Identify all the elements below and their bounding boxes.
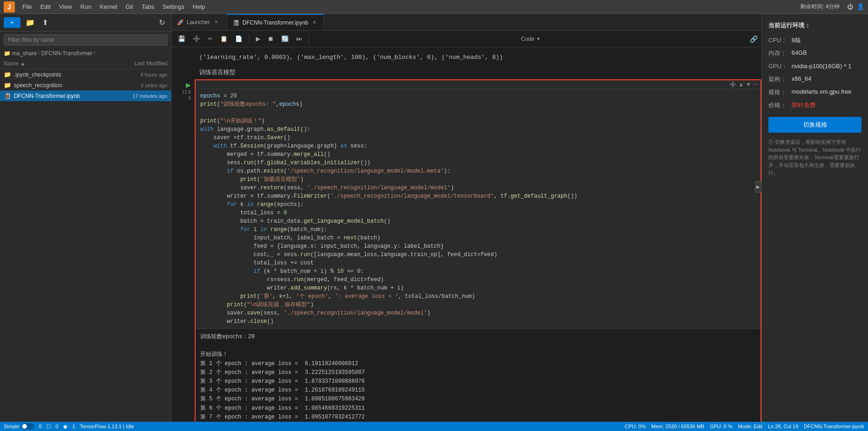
right-panel-expand-btn[interactable]: ▶ (755, 181, 761, 193)
price-info: 价格： 限时免费 (768, 101, 862, 109)
switch-note: ① 切换资源后，将影响实例下所有 Notebook 与 Terminal。Not… (768, 138, 862, 177)
simple-toggle[interactable]: Simple (4, 423, 34, 430)
expand-btn[interactable]: ▲ (738, 81, 744, 88)
gpu-info: GPU： nvidia-p100(16GB)＊1 (768, 62, 862, 71)
gpu-label: GPU： (768, 62, 792, 71)
cell-body: ➕ ▲ ▼ ⋯ epochs = 20 print("训练轮数epochs: "… (195, 79, 761, 422)
file-item-checkpoints[interactable]: 📁 .ipynb_checkpoints 4 hours ago (0, 69, 171, 80)
edit-mode: Mode: Edit (738, 424, 763, 429)
name-column-header[interactable]: Name ▲ (4, 60, 107, 67)
file-item-notebook[interactable]: 📓 DFCNN-Transformer.ipynb 17 minutes ago (0, 90, 171, 101)
menu-run[interactable]: Run (76, 2, 95, 11)
menubar: J File Edit View Run Kernel Git Tabs Set… (0, 0, 868, 14)
switch-spec-btn[interactable]: 切换规格 (768, 117, 862, 133)
cpu-info: CPU： 8核 (768, 36, 862, 45)
gpu-stat: GPU: 0 % (710, 424, 733, 429)
notebook-icon: 📓 (233, 19, 240, 26)
power-icon[interactable]: ⏻ (847, 3, 853, 10)
search-input[interactable] (4, 34, 167, 45)
folder-icon-btn[interactable]: 📁 (23, 17, 37, 28)
file-name: speech_recognition (14, 82, 107, 89)
breadcrumb-root[interactable]: ma_share (12, 50, 37, 57)
menu-file[interactable]: File (19, 2, 36, 11)
toggle-knob (22, 424, 27, 429)
more-btn[interactable]: ⋯ (753, 81, 759, 88)
code-editor[interactable]: epochs = 20 print("训练轮数epochs: ",epochs)… (196, 89, 760, 328)
breadcrumb-folder[interactable]: DFCNN-Transformer (41, 50, 93, 57)
run-btn[interactable]: ▶ (253, 34, 263, 44)
file-list-header: Name ▲ Last Modified (0, 58, 171, 69)
spec-label: 规格： (768, 88, 792, 96)
menu-edit[interactable]: Edit (37, 2, 54, 11)
collapse-btn[interactable]: ▼ (746, 81, 751, 88)
above-cell-text: ('learning_rate', 0.0003), ('max_length'… (171, 52, 761, 63)
notebook-scroll[interactable]: ('learning_rate', 0.0003), ('max_length'… (171, 47, 761, 422)
kernel-status: TensorFlow-1.13.1 | Idle (80, 424, 134, 429)
status-box-icon: ☐ (46, 424, 51, 430)
add-above-btn[interactable]: ➕ (729, 81, 736, 88)
upload-icon-btn[interactable]: ⬆ (40, 17, 51, 28)
kernel-dropdown-arrow[interactable]: ▾ (537, 36, 540, 42)
add-cell-btn[interactable]: ➕ (190, 34, 203, 44)
tab-notebook[interactable]: 📓 DFCNN-Transformer.ipynb ✕ (227, 14, 324, 30)
launcher-icon: 🚀 (177, 19, 184, 26)
tab-close-notebook[interactable]: ✕ (311, 19, 318, 26)
file-item-speech[interactable]: 📁 speech_recognition 3 years ago (0, 80, 171, 90)
pre-cell-label: 训练语言模型 (171, 66, 761, 78)
save-icon-btn[interactable]: 💾 (175, 34, 188, 44)
code-cell: ▶ 11.6 5 ➕ ▲ ▼ ⋯ epochs = 20 print("训练轮数… (171, 79, 761, 422)
menu-settings[interactable]: Settings (159, 2, 188, 11)
statusbar: Simple 0 ☐ 0 ◉ 1 TensorFlow-1.13.1 | Idl… (0, 422, 868, 431)
user-icon[interactable]: 👤 (857, 3, 864, 10)
tabs-bar: 🚀 Launcher ✕ 📓 DFCNN-Transformer.ipynb ✕ (171, 14, 761, 31)
mem-info: 内存： 64GB (768, 49, 862, 58)
gpu-value: nvidia-p100(16GB)＊1 (792, 62, 862, 71)
cell-number-sub: 5 (188, 96, 191, 101)
stop-btn[interactable]: ⏹ (265, 34, 277, 44)
paste-btn[interactable]: 📄 (232, 34, 245, 44)
cell-output: 训练轮数epochs：20 开始训练！ 第 1 个 epoch : averag… (196, 328, 760, 422)
breadcrumb-sep2: / (94, 50, 95, 57)
status-right: CPU: 0% Mem: 2530 / 65536 MB GPU: 0 % Mo… (625, 424, 864, 429)
status-zero2: 1 (72, 424, 75, 429)
breadcrumb-home-icon: 📁 (4, 50, 11, 57)
arch-label: 架构： (768, 75, 792, 84)
menu-kernel[interactable]: Kernel (96, 2, 121, 11)
file-name: DFCNN-Transformer.ipynb (14, 93, 107, 99)
kernel-selector[interactable]: Code (521, 36, 534, 42)
modified-column-header[interactable]: Last Modified (107, 60, 167, 67)
notebook-toolbar: 💾 ➕ ✂ 📋 📄 ▶ ⏹ 🔄 ⏭ Code ▾ 🔗 (171, 31, 761, 47)
menu-git[interactable]: Git (122, 2, 137, 11)
tab-launcher[interactable]: 🚀 Launcher ✕ (171, 14, 227, 30)
spec-value: modelarts.vm.gpu.free (792, 88, 862, 96)
file-modified: 4 hours ago (107, 72, 167, 77)
mode-toggle[interactable] (21, 423, 34, 430)
tab-label: DFCNN-Transformer.ipynb (242, 19, 308, 26)
menu-tabs[interactable]: Tabs (138, 2, 158, 11)
mem-label: 内存： (768, 49, 792, 58)
share-btn[interactable]: 🔗 (750, 35, 758, 43)
restart-btn[interactable]: 🔄 (279, 34, 291, 44)
tab-close-launcher[interactable]: ✕ (213, 19, 220, 26)
cut-btn[interactable]: ✂ (205, 34, 215, 44)
status-left: Simple 0 ☐ 0 ◉ 1 TensorFlow-1.13.1 | Idl… (4, 423, 134, 430)
copy-btn[interactable]: 📋 (217, 34, 230, 44)
menu-view[interactable]: View (55, 2, 76, 11)
breadcrumb: 📁 ma_share / DFCNN-Transformer / (0, 48, 171, 58)
main-content: ('learning_rate', 0.0003), ('max_length'… (171, 47, 761, 422)
notebook-icon: 📓 (4, 92, 11, 99)
cell-number: 11.6 (182, 90, 191, 95)
folder-icon: 📁 (4, 71, 11, 78)
cell-toolbar: ➕ ▲ ▼ ⋯ (196, 80, 760, 89)
active-file: DFCNN-Transformer.ipynb (804, 424, 864, 429)
new-button[interactable]: + + (4, 17, 20, 28)
sidebar-toolbar: + + 📁 ⬆ ↻ (0, 14, 171, 32)
run-cell-btn[interactable]: ▶ (186, 81, 191, 89)
app-logo: J (4, 1, 15, 13)
refresh-icon-btn[interactable]: ↻ (157, 17, 167, 28)
menu-help[interactable]: Help (189, 2, 209, 11)
sidebar-search (0, 32, 171, 48)
fast-forward-btn[interactable]: ⏭ (293, 34, 305, 44)
file-list: 📁 .ipynb_checkpoints 4 hours ago 📁 speec… (0, 69, 171, 422)
toolbar-separator2 (309, 34, 309, 44)
